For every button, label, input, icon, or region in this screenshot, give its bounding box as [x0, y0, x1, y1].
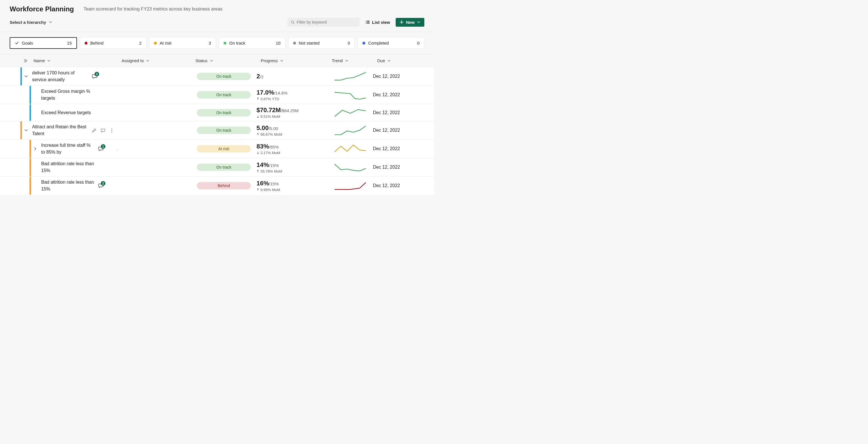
expand-toggle[interactable] — [22, 74, 30, 78]
row-stripe — [30, 158, 31, 176]
edit-icon[interactable] — [92, 128, 97, 133]
svg-point-0 — [291, 21, 293, 23]
status-dot-icon — [363, 42, 365, 44]
arrow-up-icon — [256, 188, 259, 191]
trend-sparkline — [328, 71, 373, 82]
goal-name: Attract and Retain the Best Talent — [32, 124, 89, 137]
status-filter-count: 10 — [276, 41, 281, 45]
column-header-name[interactable]: Name — [33, 58, 122, 63]
table-row[interactable]: Exceed Gross margin % targetsOn track17.… — [0, 86, 434, 104]
status-pill[interactable]: On track — [197, 109, 251, 117]
svg-rect-5 — [367, 22, 370, 23]
status-filter-label: Goals — [22, 41, 33, 45]
column-header-assigned[interactable]: Assigned to — [122, 58, 195, 63]
comment-icon[interactable] — [100, 128, 105, 133]
progress-cell: 14%/15%35.78% MoM — [256, 161, 328, 173]
list-view-label: List view — [372, 20, 390, 25]
due-cell: Dec 12, 2022 — [373, 110, 413, 115]
comments-button[interactable]: 2 — [92, 73, 97, 79]
progress-cell: 83%/85%3.17% MoM — [256, 143, 328, 155]
column-header-status[interactable]: Status — [195, 58, 261, 63]
row-stripe — [30, 86, 31, 104]
status-filter-goals[interactable]: Goals15 — [10, 37, 77, 49]
due-cell: Dec 12, 2022 — [373, 128, 413, 133]
chevron-down-icon — [210, 59, 213, 62]
goal-name: Bad attrition rate less than 15% — [41, 160, 95, 174]
due-cell: Dec 12, 2022 — [373, 165, 413, 170]
svg-point-4 — [366, 22, 366, 23]
expand-toggle[interactable] — [31, 147, 39, 151]
status-filter-label: Completed — [368, 41, 389, 45]
check-icon — [15, 41, 19, 45]
chevron-down-icon — [49, 21, 52, 24]
trend-sparkline — [328, 180, 373, 191]
table-row[interactable]: Bad attrition rate less than 15%2Behind1… — [0, 176, 434, 195]
status-pill[interactable]: On track — [197, 163, 251, 171]
status-filter-atrisk[interactable]: At risk3 — [149, 37, 216, 49]
new-button[interactable]: New — [396, 18, 424, 27]
column-header-progress[interactable]: Progress — [261, 58, 332, 63]
comment-count: 2 — [95, 72, 99, 76]
column-header-due[interactable]: Due — [377, 58, 417, 63]
trend-sparkline — [328, 143, 373, 154]
goals-table-body: deliver 1700 hours of service annually2O… — [0, 67, 434, 195]
expand-all-icon[interactable] — [23, 59, 28, 63]
table-row[interactable]: Increase full time staff % to 85% by1.At… — [0, 139, 434, 158]
progress-cell: 2/2 — [256, 73, 328, 80]
goal-name: Increase full time staff % to 85% by — [41, 142, 95, 156]
trend-sparkline — [328, 107, 373, 118]
goal-name: Bad attrition rate less than 15% — [41, 179, 95, 192]
status-filter-count: 3 — [209, 41, 211, 45]
list-view-button[interactable]: List view — [365, 20, 390, 25]
chevron-down-icon — [417, 21, 421, 24]
table-row[interactable]: Bad attrition rate less than 15%On track… — [0, 158, 434, 176]
expand-toggle[interactable] — [22, 128, 30, 132]
status-dot-icon — [293, 42, 296, 44]
status-filter-label: Not started — [299, 41, 319, 45]
due-cell: Dec 12, 2022 — [373, 146, 413, 151]
status-filter-ontrack[interactable]: On track10 — [219, 37, 285, 49]
goal-name: Exceed Gross margin % targets — [41, 88, 95, 102]
progress-cell: 17.0%/14.6%3.87% YTD — [256, 89, 328, 101]
search-box[interactable] — [287, 18, 360, 27]
status-pill[interactable]: At risk — [197, 145, 251, 153]
table-row[interactable]: Attract and Retain the Best TalentOn tra… — [0, 121, 434, 139]
svg-point-9 — [111, 130, 112, 131]
plus-icon — [400, 20, 404, 24]
hierarchy-select[interactable]: Select a hierarchy — [10, 20, 52, 25]
status-filter-notstarted[interactable]: Not started0 — [288, 37, 355, 49]
svg-line-1 — [293, 23, 294, 24]
status-pill[interactable]: On track — [197, 73, 251, 80]
status-filter-count: 15 — [67, 41, 72, 45]
search-input[interactable] — [297, 20, 356, 24]
chevron-down-icon — [24, 74, 28, 78]
status-filter-behind[interactable]: Behind2 — [80, 37, 147, 49]
chevron-down-icon — [388, 59, 391, 62]
status-filter-count: 2 — [139, 41, 142, 45]
status-filter-completed[interactable]: Completed0 — [358, 37, 424, 49]
status-filter-label: At risk — [160, 41, 172, 45]
table-header: Name Assigned to Status Progress Trend D… — [0, 54, 434, 67]
toolbar: Select a hierarchy List view New — [0, 16, 434, 32]
page-header: Workforce Planning Team scorecard for tr… — [0, 0, 434, 16]
status-pill[interactable]: On track — [197, 127, 251, 134]
arrow-up-icon — [256, 170, 259, 172]
more-icon[interactable] — [110, 128, 114, 133]
column-header-trend[interactable]: Trend — [332, 58, 377, 63]
status-pill[interactable]: Behind — [197, 182, 251, 189]
new-label: New — [406, 20, 415, 25]
table-row[interactable]: deliver 1700 hours of service annually2O… — [0, 67, 434, 86]
status-dot-icon — [154, 42, 157, 44]
chevron-down-icon — [146, 59, 149, 62]
assigned-cell: . — [117, 147, 191, 151]
comments-button[interactable]: 1 — [98, 146, 104, 152]
trend-sparkline — [328, 125, 373, 136]
status-filters: Goals15Behind2At risk3On track10Not star… — [0, 32, 434, 54]
table-row[interactable]: Exceed Revenue targetsOn track$70.72M/$6… — [0, 104, 434, 121]
row-stripe — [30, 177, 31, 195]
status-pill[interactable]: On track — [197, 91, 251, 98]
svg-point-8 — [111, 128, 112, 129]
status-dot-icon — [85, 42, 88, 44]
chevron-down-icon — [47, 59, 51, 62]
comments-button[interactable]: 2 — [98, 183, 104, 189]
